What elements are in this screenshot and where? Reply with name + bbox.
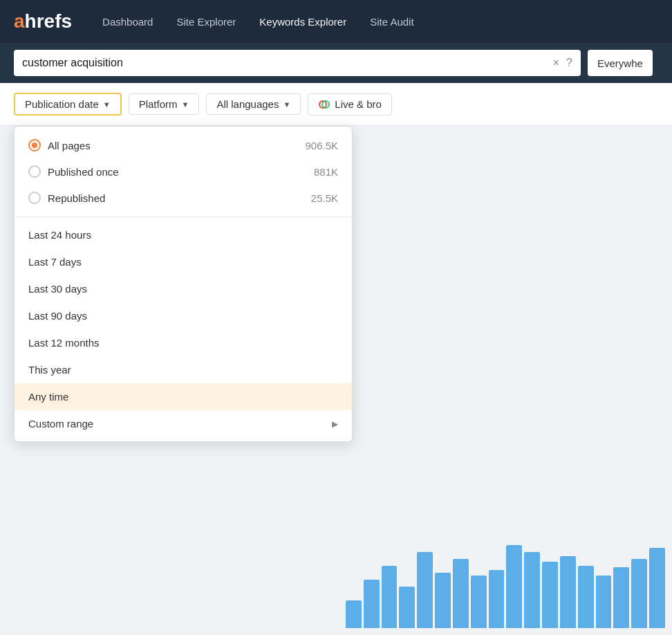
radio-label-published-once: Published once <box>48 166 119 178</box>
publication-date-label: Publication date <box>25 98 99 110</box>
radio-dot <box>32 142 37 148</box>
radio-circle-published-once <box>28 165 41 178</box>
live-broken-button[interactable]: Live & bro <box>308 93 392 116</box>
radio-circle-republished <box>28 192 41 204</box>
publication-date-dropdown-container: Publication date ▼ All pages 906.5K <box>14 93 122 116</box>
nav-keywords-explorer[interactable]: Keywords Explorer <box>250 10 356 33</box>
radio-label-republished: Republished <box>48 192 105 204</box>
time-last-24-hours[interactable]: Last 24 hours <box>15 221 352 248</box>
radio-count-all-pages: 906.5K <box>305 140 338 151</box>
time-custom-range[interactable]: Custom range ▶ <box>15 410 352 437</box>
time-options-section: Last 24 hours Last 7 days Last 30 days L… <box>15 217 352 441</box>
search-icons: × ? <box>553 57 572 69</box>
nav-site-audit[interactable]: Site Audit <box>360 10 423 33</box>
chart-bar <box>382 566 398 628</box>
chart-bar <box>613 567 629 628</box>
top-navigation: a hrefs Dashboard Site Explorer Keywords… <box>0 0 672 43</box>
radio-count-published-once: 881K <box>314 166 338 178</box>
search-input-wrap[interactable]: × ? <box>14 50 581 76</box>
nav-links: Dashboard Site Explorer Keywords Explore… <box>93 10 424 33</box>
radio-all-pages[interactable]: All pages 906.5K <box>15 132 352 158</box>
logo-a: a <box>14 12 25 31</box>
time-any-time[interactable]: Any time <box>15 383 352 410</box>
chevron-down-icon: ▼ <box>283 100 290 109</box>
chart-bar <box>506 545 522 628</box>
filters-row: Publication date ▼ All pages 906.5K <box>0 83 672 126</box>
radio-options-section: All pages 906.5K Published once 881K Rep… <box>15 127 352 217</box>
radio-published-once[interactable]: Published once 881K <box>15 158 352 185</box>
chart-bar <box>417 552 433 628</box>
nav-site-explorer[interactable]: Site Explorer <box>167 10 245 33</box>
location-selector[interactable]: Everywhe <box>588 50 653 76</box>
chart-bar <box>596 576 612 628</box>
chart-bar <box>489 570 505 628</box>
chart-bar <box>364 580 380 628</box>
chart-bar <box>435 573 451 628</box>
chart-bar <box>542 562 558 628</box>
time-this-year[interactable]: This year <box>15 356 352 383</box>
chart-bar <box>524 552 540 628</box>
radio-circle-all-pages <box>28 139 41 151</box>
all-languages-label: All languages <box>216 98 279 110</box>
radio-label-all-pages: All pages <box>48 140 91 151</box>
platform-button[interactable]: Platform ▼ <box>129 93 200 115</box>
location-label: Everywhe <box>597 57 643 69</box>
chart-bar <box>578 566 594 628</box>
platform-label: Platform <box>139 98 178 110</box>
chevron-right-icon: ▶ <box>332 419 338 429</box>
chart-bar <box>346 600 362 628</box>
radio-count-republished: 25.5K <box>311 192 338 204</box>
publication-date-button[interactable]: Publication date ▼ <box>14 93 122 116</box>
chart-bar <box>560 556 576 628</box>
logo[interactable]: a hrefs <box>14 12 72 31</box>
chevron-down-icon: ▼ <box>103 100 111 109</box>
live-broken-icon <box>318 98 330 111</box>
chart-bar <box>471 576 487 628</box>
chart-bars <box>339 169 672 635</box>
time-last-7-days[interactable]: Last 7 days <box>15 248 352 275</box>
clear-search-button[interactable]: × <box>553 57 559 69</box>
radio-republished[interactable]: Republished 25.5K <box>15 185 352 211</box>
chart-bar <box>649 548 665 628</box>
search-input[interactable] <box>22 57 553 69</box>
logo-hrefs: hrefs <box>25 12 72 31</box>
time-last-90-days[interactable]: Last 90 days <box>15 302 352 329</box>
help-icon-button[interactable]: ? <box>566 57 572 69</box>
search-bar: × ? Everywhe <box>0 43 672 83</box>
publication-date-dropdown-menu: All pages 906.5K Published once 881K Rep… <box>14 126 353 442</box>
chart-bar <box>399 587 415 628</box>
all-languages-button[interactable]: All languages ▼ <box>206 93 301 115</box>
time-last-30-days[interactable]: Last 30 days <box>15 275 352 302</box>
live-broken-label: Live & bro <box>335 98 382 110</box>
nav-dashboard[interactable]: Dashboard <box>93 10 162 33</box>
chevron-down-icon: ▼ <box>182 100 189 109</box>
time-last-12-months[interactable]: Last 12 months <box>15 329 352 356</box>
chart-bar <box>631 559 647 628</box>
chart-bar <box>453 559 469 628</box>
